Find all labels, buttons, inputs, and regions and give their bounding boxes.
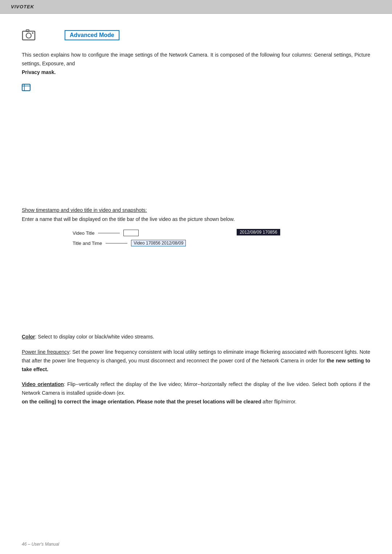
diagram-line-2 [106, 243, 127, 243]
advanced-mode-button[interactable]: Advanced Mode [65, 30, 119, 40]
video-title-box [123, 230, 139, 236]
svg-point-3 [32, 32, 33, 34]
show-timestamp-heading: Show timestamp and video title in video … [22, 207, 370, 213]
title-time-value: Video 170856 2012/08/09 [131, 240, 186, 246]
intro-paragraph: This section explains how to configure t… [22, 51, 370, 77]
color-label: Color [22, 334, 35, 340]
show-timestamp-description: Enter a name that will be displayed on t… [22, 215, 370, 224]
title-and-time-row: Title and Time Video 170856 2012/08/09 [73, 240, 186, 246]
title-and-time-label: Title and Time [73, 241, 102, 246]
svg-point-1 [26, 33, 31, 38]
video-title-label: Video Title [73, 230, 94, 236]
svg-rect-4 [22, 84, 30, 91]
timestamp-badge: 2012/08/09 170856 [237, 229, 280, 235]
header-logo: VIVOTEK [11, 4, 34, 9]
diagram-line-1 [98, 233, 120, 233]
section-icon [22, 28, 36, 42]
header-bar: VIVOTEK [0, 0, 392, 14]
video-title-row: Video Title [73, 230, 186, 236]
video-orientation-section: Video orientation: Flip--vertically refl… [22, 380, 370, 406]
image-placeholder [22, 100, 370, 201]
power-line-label: Power line frequency [22, 349, 69, 355]
power-line-section: Power line frequency: Set the power line… [22, 348, 370, 374]
svg-rect-2 [26, 30, 29, 32]
small-blue-icon [22, 83, 370, 94]
video-orientation-label: Video orientation [22, 381, 64, 387]
footer: 46 – User's Manual [22, 542, 59, 547]
title-row: Advanced Mode [22, 28, 370, 42]
diagram-area: Video Title Title and Time Video 170856 … [22, 228, 370, 246]
color-section: Color: Select to display color or black/… [22, 333, 370, 341]
image-placeholder-2 [22, 253, 370, 333]
